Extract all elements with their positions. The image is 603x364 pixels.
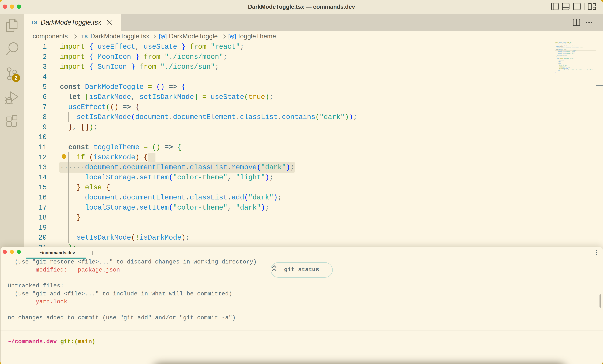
svg-text:2: 2	[14, 75, 18, 81]
